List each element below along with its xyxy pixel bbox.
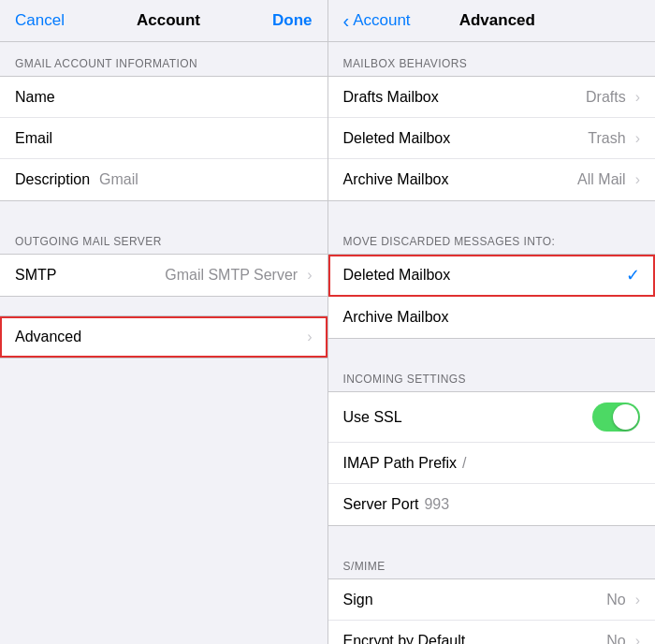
- encrypt-value: No ›: [606, 633, 640, 644]
- section-header-outgoing: OUTGOING MAIL SERVER: [0, 220, 328, 254]
- description-label: Description: [15, 171, 99, 188]
- sign-label: Sign: [343, 592, 607, 608]
- chevron-right-icon: ›: [635, 633, 640, 644]
- drafts-mailbox-row[interactable]: Drafts Mailbox Drafts ›: [328, 77, 656, 118]
- archive-value: All Mail ›: [577, 171, 640, 188]
- sign-value: No ›: [606, 592, 640, 608]
- server-port-row: Server Port 993: [328, 484, 656, 525]
- left-panel: Cancel Account Done GMAIL ACCOUNT INFORM…: [0, 0, 328, 644]
- deleted-value: Trash ›: [588, 130, 640, 147]
- discard-group: Deleted Mailbox ✓ Archive Mailbox: [328, 254, 656, 339]
- chevron-right-icon: ›: [635, 171, 640, 188]
- server-port-label: Server Port: [343, 496, 419, 513]
- imap-path-label: IMAP Path Prefix: [343, 455, 458, 472]
- archive-mailbox-row[interactable]: Archive Mailbox All Mail ›: [328, 159, 656, 200]
- account-info-group: Name Email Description Gmail: [0, 76, 328, 201]
- drafts-value: Drafts ›: [586, 89, 640, 106]
- chevron-right-icon: ›: [635, 89, 640, 106]
- chevron-right-icon: ›: [307, 329, 312, 345]
- chevron-right-icon: ›: [635, 130, 640, 147]
- server-port-value: 993: [424, 496, 640, 513]
- back-label: Account: [353, 11, 410, 30]
- archive-label: Archive Mailbox: [343, 171, 578, 188]
- chevron-right-icon: ›: [307, 267, 312, 284]
- section-header-mailbox: MAILBOX BEHAVIORS: [328, 42, 656, 76]
- deleted-mailbox-select-row[interactable]: Deleted Mailbox ✓: [328, 255, 656, 297]
- right-panel: ‹ Account Advanced MAILBOX BEHAVIORS Dra…: [328, 0, 656, 644]
- outgoing-group: SMTP Gmail SMTP Server ›: [0, 254, 328, 297]
- advanced-row[interactable]: Advanced ›: [0, 316, 328, 358]
- left-content: GMAIL ACCOUNT INFORMATION Name Email Des…: [0, 42, 328, 644]
- deleted-label: Deleted Mailbox: [343, 130, 589, 147]
- left-nav-title: Account: [137, 11, 200, 30]
- imap-path-value: /: [462, 455, 640, 472]
- archive-mailbox-select-row[interactable]: Archive Mailbox: [328, 297, 656, 338]
- mailbox-behaviors-group: Drafts Mailbox Drafts › Deleted Mailbox …: [328, 76, 656, 201]
- section-header-account-info: GMAIL ACCOUNT INFORMATION: [0, 42, 328, 76]
- advanced-chevron-container: ›: [301, 329, 312, 345]
- section-header-discard: MOVE DISCARDED MESSAGES INTO:: [328, 220, 656, 254]
- table-row: Name: [0, 77, 328, 118]
- done-button[interactable]: Done: [272, 11, 313, 30]
- smime-group: Sign No › Encrypt by Default No ›: [328, 578, 656, 644]
- table-row: Description Gmail: [0, 159, 328, 200]
- smtp-value: Gmail SMTP Server ›: [165, 267, 312, 284]
- encrypt-row[interactable]: Encrypt by Default No ›: [328, 621, 656, 644]
- table-row: Email: [0, 118, 328, 159]
- imap-path-row: IMAP Path Prefix /: [328, 443, 656, 484]
- chevron-right-icon: ›: [635, 592, 640, 608]
- right-nav-bar: ‹ Account Advanced: [328, 0, 656, 42]
- right-content: MAILBOX BEHAVIORS Drafts Mailbox Drafts …: [328, 42, 656, 644]
- section-header-smime: S/MIME: [328, 545, 656, 578]
- use-ssl-row: Use SSL: [328, 392, 656, 443]
- sign-row[interactable]: Sign No ›: [328, 579, 656, 621]
- use-ssl-label: Use SSL: [343, 409, 593, 426]
- right-nav-title: Advanced: [459, 11, 535, 30]
- smtp-label: SMTP: [15, 267, 99, 284]
- section-header-incoming: INCOMING SETTINGS: [328, 358, 656, 391]
- email-label: Email: [15, 130, 99, 147]
- description-value: Gmail: [99, 171, 313, 188]
- ssl-toggle[interactable]: [592, 402, 640, 432]
- checkmark-icon: ✓: [626, 265, 640, 285]
- back-button[interactable]: ‹ Account: [343, 11, 411, 30]
- deleted-mailbox-select-label: Deleted Mailbox: [343, 267, 627, 284]
- left-nav-bar: Cancel Account Done: [0, 0, 328, 42]
- encrypt-label: Encrypt by Default: [343, 633, 607, 644]
- deleted-mailbox-row[interactable]: Deleted Mailbox Trash ›: [328, 118, 656, 159]
- drafts-label: Drafts Mailbox: [343, 89, 587, 106]
- chevron-left-icon: ‹: [343, 11, 350, 30]
- archive-mailbox-select-label: Archive Mailbox: [343, 309, 641, 326]
- advanced-label: Advanced: [15, 329, 81, 345]
- name-label: Name: [15, 89, 99, 106]
- cancel-button[interactable]: Cancel: [15, 11, 65, 30]
- advanced-group: Advanced ›: [0, 315, 328, 359]
- smtp-row[interactable]: SMTP Gmail SMTP Server ›: [0, 255, 328, 296]
- incoming-group: Use SSL IMAP Path Prefix / Server Port 9…: [328, 391, 656, 526]
